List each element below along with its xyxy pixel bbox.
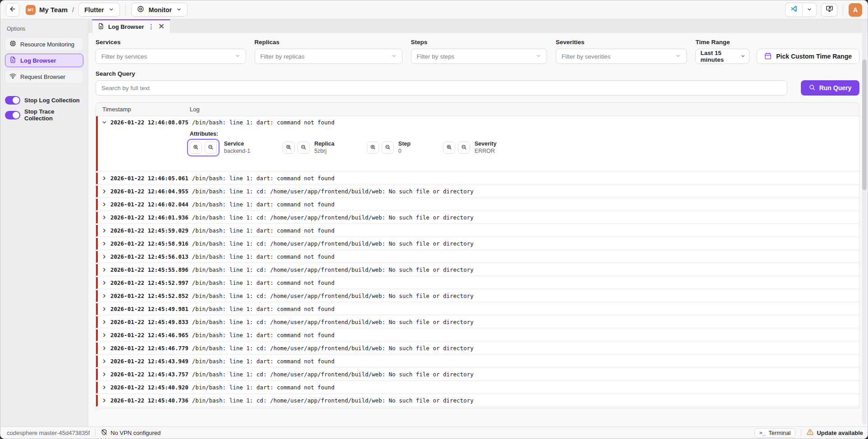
- chevron-right-icon[interactable]: [101, 228, 107, 233]
- update-available[interactable]: Update available: [807, 429, 863, 437]
- severities-filter-select[interactable]: Filter by severities: [556, 49, 687, 64]
- log-timestamp: 2026-01-22 12:45:46.779: [110, 345, 188, 352]
- log-row[interactable]: 2026-01-22 12:45:59.029 /bin/bash: line …: [96, 225, 859, 237]
- cpu-icon: [9, 40, 16, 48]
- chevron-right-icon[interactable]: [101, 293, 107, 299]
- chevron-right-icon[interactable]: [101, 188, 107, 194]
- chevron-right-icon[interactable]: [101, 215, 107, 220]
- chevron-right-icon[interactable]: [101, 319, 107, 325]
- log-timestamp: 2026-01-22 12:45:55.896: [110, 266, 188, 273]
- severities-filter-placeholder: Filter by severities: [562, 53, 611, 60]
- log-timestamp: 2026-01-22 12:45:40.736: [110, 397, 188, 404]
- zoom-out-filter-button[interactable]: [205, 142, 217, 154]
- screen-share-icon: [826, 5, 833, 14]
- log-row-expanded[interactable]: 2026-01-22 12:46:08.075 /bin/bash: line …: [96, 116, 859, 171]
- services-filter-select[interactable]: Filter by services: [96, 49, 246, 64]
- log-row[interactable]: 2026-01-22 12:45:43.757 /bin/bash: line …: [96, 369, 859, 380]
- log-message: /bin/bash: line 1: dart: command not fou…: [188, 279, 859, 286]
- mode-dropdown[interactable]: Monitor: [131, 3, 187, 17]
- zoom-out-filter-button[interactable]: [458, 142, 470, 154]
- log-message: /bin/bash: line 1: cd: /home/user/app/fr…: [188, 293, 859, 299]
- tab-close-icon[interactable]: ✕: [158, 23, 164, 30]
- log-row[interactable]: 2026-01-22 12:45:49.833 /bin/bash: line …: [96, 316, 859, 328]
- attribute-replica: Replica 5zbrj: [283, 141, 334, 155]
- zoom-out-icon: [461, 144, 467, 152]
- log-row[interactable]: 2026-01-22 12:45:46.779 /bin/bash: line …: [96, 343, 859, 354]
- zoom-in-filter-button[interactable]: [283, 142, 295, 154]
- log-row[interactable]: 2026-01-22 12:45:52.997 /bin/bash: line …: [96, 277, 859, 289]
- vscode-button[interactable]: [786, 3, 803, 17]
- attribute-step: Step 0: [367, 141, 411, 155]
- chevron-right-icon[interactable]: [101, 332, 107, 338]
- log-row[interactable]: 2026-01-22 12:46:02.044 /bin/bash: line …: [96, 199, 859, 210]
- chevron-right-icon[interactable]: [101, 398, 107, 403]
- toggle-label: Stop Log Collection: [24, 97, 80, 104]
- log-row[interactable]: 2026-01-22 12:45:49.981 /bin/bash: line …: [96, 303, 859, 315]
- time-range-select[interactable]: Last 15 minutes: [695, 49, 749, 64]
- log-row[interactable]: 2026-01-22 12:46:01.936 /bin/bash: line …: [96, 212, 859, 224]
- user-avatar[interactable]: A: [849, 3, 862, 17]
- run-query-button[interactable]: Run Query: [801, 80, 859, 96]
- open-preview-button[interactable]: [821, 3, 837, 17]
- log-row[interactable]: 2026-01-22 12:46:04.955 /bin/bash: line …: [96, 186, 859, 197]
- tab-log-browser[interactable]: Log Browser ⋮ ✕: [92, 19, 170, 33]
- chevron-right-icon[interactable]: [101, 175, 107, 181]
- log-row[interactable]: 2026-01-22 12:45:58.916 /bin/bash: line …: [96, 238, 859, 250]
- vscode-options-button[interactable]: [803, 3, 816, 17]
- log-message: /bin/bash: line 1: cd: /home/user/app/fr…: [188, 266, 859, 273]
- zoom-in-filter-button[interactable]: [367, 142, 379, 154]
- attribute-value: 5zbrj: [314, 148, 334, 155]
- stop-log-collection-toggle[interactable]: [5, 96, 20, 105]
- chevron-right-icon[interactable]: [101, 280, 107, 286]
- zoom-in-filter-button[interactable]: [190, 142, 202, 154]
- vertical-scrollbar-track[interactable]: [862, 21, 867, 425]
- chevron-right-icon[interactable]: [101, 371, 107, 377]
- tab-menu-icon[interactable]: ⋮: [148, 23, 154, 30]
- chevron-right-icon[interactable]: [101, 384, 107, 390]
- log-row[interactable]: 2026-01-22 12:45:52.852 /bin/bash: line …: [96, 290, 859, 302]
- chevron-right-icon[interactable]: [101, 241, 107, 247]
- log-row[interactable]: 2026-01-22 12:45:43.949 /bin/bash: line …: [96, 356, 859, 367]
- sidebar-item-request-browser[interactable]: Request Browser: [5, 70, 83, 83]
- log-row[interactable]: 2026-01-22 12:45:55.896 /bin/bash: line …: [96, 264, 859, 276]
- zoom-in-filter-button[interactable]: [443, 142, 455, 154]
- replicas-filter-select[interactable]: Filter by replicas: [255, 49, 402, 64]
- open-in-vscode-split-button: [785, 3, 817, 17]
- log-row[interactable]: 2026-01-22 12:45:56.013 /bin/bash: line …: [96, 251, 859, 263]
- log-row[interactable]: 2026-01-22 12:45:40.736 /bin/bash: line …: [96, 395, 859, 407]
- pick-custom-time-range-button[interactable]: Pick Custom Time Range: [757, 49, 859, 64]
- log-row[interactable]: 2026-01-22 12:46:05.061 /bin/bash: line …: [96, 173, 859, 184]
- log-row[interactable]: 2026-01-22 12:45:46.965 /bin/bash: line …: [96, 329, 859, 341]
- sidebar-item-log-browser[interactable]: Log Browser: [5, 54, 83, 67]
- main-area: Log Browser ⋮ ✕ Services Filter by servi…: [88, 19, 868, 426]
- workspace-dropdown[interactable]: Flutter: [78, 3, 120, 17]
- topbar: MT My Team / Flutter Monitor: [0, 0, 868, 19]
- terminal-label: Terminal: [768, 430, 790, 436]
- chevron-right-icon[interactable]: [101, 201, 107, 207]
- zoom-out-filter-button[interactable]: [382, 142, 394, 154]
- chevron-right-icon[interactable]: [101, 306, 107, 312]
- replicas-filter-label: Replicas: [255, 39, 402, 46]
- breadcrumb-separator: /: [72, 6, 74, 14]
- stop-trace-collection-toggle[interactable]: [5, 111, 20, 119]
- chevron-right-icon[interactable]: [101, 345, 107, 351]
- search-input[interactable]: [96, 80, 787, 96]
- chevron-right-icon[interactable]: [101, 254, 107, 260]
- terminal-button[interactable]: >_ Terminal: [754, 428, 795, 438]
- replicas-filter-placeholder: Filter by replicas: [260, 53, 305, 60]
- steps-filter-select[interactable]: Filter by steps: [411, 49, 548, 64]
- chevron-right-icon[interactable]: [101, 358, 107, 364]
- team-name[interactable]: My Team: [39, 6, 68, 14]
- chevron-right-icon[interactable]: [101, 267, 107, 273]
- services-filter-label: Services: [96, 39, 246, 46]
- zoom-out-filter-button[interactable]: [297, 142, 310, 154]
- back-button[interactable]: [6, 3, 19, 17]
- services-filter-placeholder: Filter by services: [101, 53, 147, 60]
- log-message: /bin/bash: line 1: dart: command not fou…: [188, 227, 859, 234]
- chevron-down-icon[interactable]: [101, 119, 107, 125]
- log-row[interactable]: 2026-01-22 12:45:40.920 /bin/bash: line …: [96, 382, 859, 393]
- vpn-status[interactable]: No VPN configured: [101, 429, 160, 437]
- file-text-icon: [9, 56, 16, 64]
- vertical-scrollbar-thumb[interactable]: [862, 59, 867, 190]
- sidebar-item-resource-monitoring[interactable]: Resource Monitoring: [5, 37, 83, 51]
